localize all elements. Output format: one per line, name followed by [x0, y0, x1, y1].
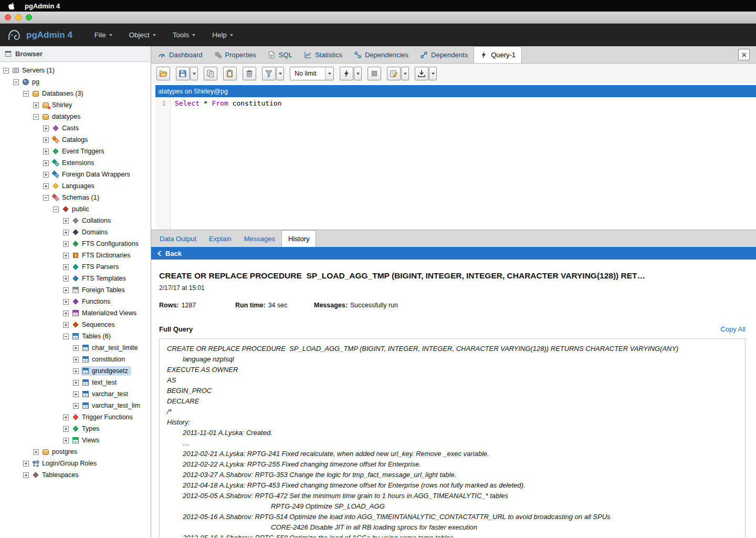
expand-toggle[interactable]: [73, 403, 79, 409]
tree-item-postgres[interactable]: postgres: [0, 446, 151, 458]
tree-item-shirley[interactable]: ×Shirley: [0, 99, 151, 111]
tree-item-datatypes[interactable]: datatypes: [0, 111, 151, 122]
caret-down-icon[interactable]: [325, 67, 333, 80]
tree-item-tables-6[interactable]: Tables (6): [0, 330, 151, 342]
tree-item-char-test-limite[interactable]: char_test_limite: [0, 342, 151, 354]
expand-toggle[interactable]: [43, 137, 49, 143]
collapse-toggle[interactable]: [33, 114, 39, 120]
apple-icon[interactable]: [8, 2, 15, 10]
expand-toggle[interactable]: [43, 126, 49, 131]
tree-item-servers-1[interactable]: Servers (1): [0, 65, 151, 76]
tree-item-constitution[interactable]: constitution: [0, 354, 151, 365]
close-panel-button[interactable]: [738, 49, 750, 60]
open-file-button[interactable]: [156, 67, 170, 80]
tree-item-fts-dictionaries[interactable]: FTS Dictionaries: [0, 250, 151, 261]
edit-button[interactable]: [387, 67, 401, 80]
expand-toggle[interactable]: [23, 472, 29, 478]
expand-toggle[interactable]: [43, 172, 49, 178]
tree-item-databases-3[interactable]: Databases (3): [0, 88, 151, 99]
tree-item-domains[interactable]: Domains: [0, 226, 151, 238]
output-tab-explain[interactable]: Explain: [203, 230, 238, 247]
collapse-toggle[interactable]: [53, 206, 59, 212]
tree-item-schemas-1[interactable]: Schemas (1): [0, 192, 151, 203]
expand-toggle[interactable]: [63, 438, 69, 443]
tree-item-views[interactable]: Views: [0, 434, 151, 446]
tree-item-languages[interactable]: Languages: [0, 180, 151, 192]
expand-toggle[interactable]: [63, 230, 69, 235]
expand-toggle[interactable]: [63, 253, 69, 258]
tree-item-pg[interactable]: pg: [0, 76, 151, 88]
tree-item-materialized-views[interactable]: Materialized Views: [0, 307, 151, 319]
save-button[interactable]: [176, 67, 190, 80]
query-editor[interactable]: 1 Select * From constitution: [155, 97, 756, 230]
tree-item-grundgesetz[interactable]: grundgesetz: [0, 365, 151, 377]
tree-item-varchar-test[interactable]: varchar_test: [0, 388, 151, 400]
expand-toggle[interactable]: [73, 357, 79, 363]
tree-item-types[interactable]: Types: [0, 423, 151, 434]
tree-item-tablespaces[interactable]: Tablespaces: [0, 469, 151, 481]
expand-toggle[interactable]: [73, 380, 79, 386]
download-button-menu[interactable]: [429, 67, 437, 80]
collapse-toggle[interactable]: [13, 79, 19, 85]
expand-toggle[interactable]: [63, 322, 69, 328]
tree-item-catalogs[interactable]: Catalogs: [0, 134, 151, 146]
expand-toggle[interactable]: [43, 183, 49, 189]
expand-toggle[interactable]: [63, 299, 69, 305]
tree-item-text-test[interactable]: text_test: [0, 377, 151, 388]
filter-button[interactable]: [262, 67, 276, 80]
row-limit-select[interactable]: No limit: [290, 67, 334, 80]
tab-dashboard[interactable]: Dashboard: [152, 46, 208, 63]
tree-item-casts[interactable]: Casts: [0, 122, 151, 134]
tree-item-fts-parsers[interactable]: FTS Parsers: [0, 261, 151, 273]
menu-object[interactable]: Object: [121, 24, 164, 46]
delete-button[interactable]: [243, 67, 256, 80]
expand-toggle[interactable]: [23, 461, 29, 467]
download-button[interactable]: [415, 67, 428, 80]
tree-item-login-group-roles[interactable]: Login/Group Roles: [0, 458, 151, 469]
collapse-toggle[interactable]: [43, 195, 49, 201]
tree-item-public[interactable]: public: [0, 203, 151, 215]
expand-toggle[interactable]: [33, 449, 39, 455]
output-tab-data-output[interactable]: Data Output: [153, 230, 203, 247]
collapse-toggle[interactable]: [23, 91, 29, 97]
expand-toggle[interactable]: [63, 415, 69, 420]
zoom-window-button[interactable]: [26, 14, 32, 20]
expand-toggle[interactable]: [63, 426, 69, 432]
expand-toggle[interactable]: [63, 311, 69, 316]
copy-button[interactable]: [204, 67, 217, 80]
tree-item-fts-configurations[interactable]: FTS Configurations: [0, 238, 151, 250]
tree-item-foreign-data-wrappers[interactable]: Foreign Data Wrappers: [0, 169, 151, 180]
tab-properties[interactable]: Properties: [208, 46, 262, 63]
collapse-toggle[interactable]: [63, 334, 69, 339]
expand-toggle[interactable]: [73, 345, 79, 351]
expand-toggle[interactable]: [63, 264, 69, 270]
stop-button[interactable]: [368, 67, 381, 80]
menu-help[interactable]: Help: [204, 24, 242, 46]
tab-dependencies[interactable]: Dependencies: [348, 46, 414, 63]
filter-button-menu[interactable]: [276, 67, 284, 80]
tree-item-varchar-test-lim[interactable]: varchar_test_lim: [0, 400, 151, 411]
history-back-bar[interactable]: Back: [151, 247, 756, 260]
expand-toggle[interactable]: [43, 160, 49, 166]
expand-toggle[interactable]: [33, 102, 39, 108]
expand-toggle[interactable]: [63, 218, 69, 224]
expand-toggle[interactable]: [63, 287, 69, 293]
minimize-window-button[interactable]: [15, 14, 22, 20]
tree-item-functions[interactable]: Functions: [0, 296, 151, 307]
tree-item-extensions[interactable]: Extensions: [0, 157, 151, 169]
tab-query-1[interactable]: Query-1: [474, 46, 522, 63]
expand-toggle[interactable]: [43, 149, 49, 154]
execute-button-menu[interactable]: [354, 67, 362, 80]
tree-item-fts-templates[interactable]: FTS Templates: [0, 273, 151, 284]
collapse-toggle[interactable]: [3, 68, 9, 74]
tree-item-event-triggers[interactable]: Event Triggers: [0, 146, 151, 157]
tab-sql[interactable]: SQL: [262, 46, 298, 63]
tree-item-collations[interactable]: Collations: [0, 215, 151, 226]
copy-all-link[interactable]: Copy All: [720, 325, 746, 333]
expand-toggle[interactable]: [73, 368, 79, 374]
menu-file[interactable]: File: [86, 24, 121, 46]
expand-toggle[interactable]: [73, 391, 79, 397]
paste-button[interactable]: [223, 67, 237, 80]
tree-item-trigger-functions[interactable]: Trigger Functions: [0, 411, 151, 423]
edit-button-menu[interactable]: [401, 67, 409, 80]
